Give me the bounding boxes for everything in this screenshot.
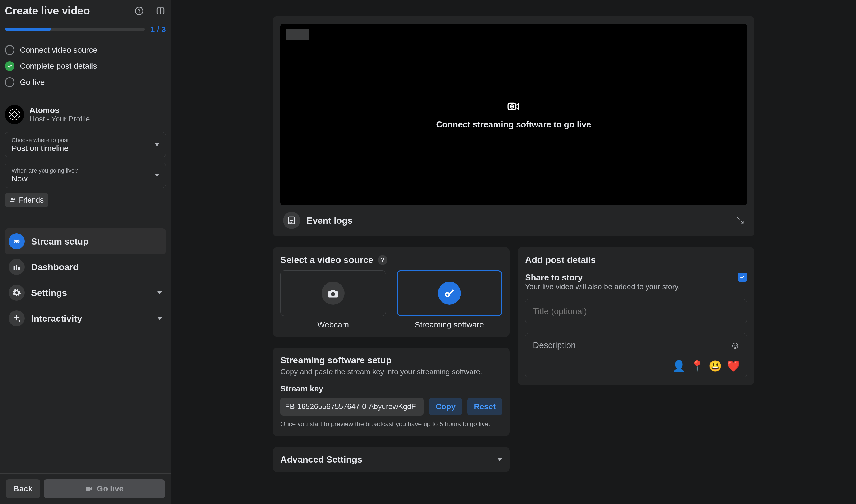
svg-rect-11 (86, 487, 90, 491)
svg-point-18 (331, 292, 335, 296)
step-connect-source[interactable]: Connect video source (5, 42, 166, 58)
preview-card: Connect streaming software to go live Ev… (273, 16, 754, 236)
stream-key-input[interactable] (280, 398, 424, 416)
circle-empty-icon (5, 45, 15, 55)
connect-stream-icon (507, 100, 520, 113)
profile-subtitle: Host - Your Profile (30, 115, 90, 123)
preview-pane: Connect streaming software to go live (280, 23, 747, 205)
svg-point-14 (512, 106, 513, 107)
sparkle-icon (8, 310, 24, 326)
go-live-button[interactable]: Go live (44, 480, 165, 498)
broadcast-icon (8, 233, 24, 249)
event-logs-icon (283, 212, 300, 229)
copy-button[interactable]: Copy (429, 398, 462, 415)
avatar (5, 105, 24, 124)
nav-interactivity[interactable]: Interactivity (5, 306, 166, 331)
expand-icon[interactable] (736, 216, 744, 225)
emoji-picker-icon[interactable]: ☺ (730, 340, 740, 351)
svg-point-6 (13, 198, 15, 200)
profile-name: Atomos (30, 106, 90, 115)
video-source-title: Select a video source (280, 255, 373, 265)
tag-people-icon[interactable]: 👤 (672, 360, 685, 372)
help-icon[interactable] (134, 6, 144, 16)
dashboard-icon (8, 259, 24, 275)
svg-point-1 (139, 13, 139, 13)
svg-point-5 (11, 198, 13, 200)
gear-icon (8, 285, 24, 301)
progress-text: 1 / 3 (150, 25, 166, 34)
chevron-down-icon (155, 143, 159, 146)
nav-stream-setup[interactable]: Stream setup (5, 229, 166, 254)
svg-point-20 (446, 294, 448, 295)
audience-chip[interactable]: Friends (5, 193, 49, 207)
svg-point-7 (16, 240, 18, 242)
back-button[interactable]: Back (6, 480, 40, 498)
preview-message: Connect streaming software to go live (436, 120, 591, 129)
help-icon[interactable]: ? (378, 255, 387, 265)
chevron-down-icon (157, 291, 162, 294)
check-circle-icon (5, 61, 15, 71)
chevron-down-icon (155, 174, 159, 177)
feeling-icon[interactable]: 😃 (709, 360, 722, 372)
source-streaming-software[interactable] (397, 270, 502, 316)
svg-rect-8 (14, 266, 15, 270)
nav-settings[interactable]: Settings (5, 280, 166, 306)
title-input[interactable] (525, 299, 747, 323)
key-icon (438, 282, 461, 305)
svg-rect-9 (16, 265, 17, 270)
sidebar: Create live video 1 / 3 Connect vid (0, 0, 171, 504)
stream-key-hint: Once you start to preview the broadcast … (280, 419, 502, 429)
reset-button[interactable]: Reset (467, 398, 502, 415)
chevron-down-icon (497, 458, 502, 461)
where-to-post-select[interactable]: Choose where to post Post on timeline (5, 132, 166, 157)
circle-empty-icon (5, 77, 15, 87)
support-icon[interactable]: ❤️ (727, 360, 740, 372)
progress-bar: 1 / 3 (5, 25, 166, 34)
step-go-live[interactable]: Go live (5, 74, 166, 90)
nav-dashboard[interactable]: Dashboard (5, 254, 166, 280)
video-source-card: Select a video source ? Webcam (273, 247, 510, 337)
stream-setup-card: Streaming software setup Copy and paste … (273, 347, 510, 436)
divider (5, 98, 166, 98)
post-details-card: Add post details Share to story Your liv… (518, 247, 754, 385)
sidebar-footer: Back Go live (0, 473, 171, 504)
camera-icon (322, 282, 344, 305)
step-post-details[interactable]: Complete post details (5, 58, 166, 74)
when-going-live-select[interactable]: When are you going live? Now (5, 163, 166, 188)
live-badge (286, 29, 309, 40)
page-title: Create live video (5, 5, 90, 17)
source-webcam[interactable] (280, 270, 386, 316)
sidebar-header: Create live video (5, 5, 166, 17)
svg-line-17 (741, 221, 743, 223)
chevron-down-icon (157, 317, 162, 320)
svg-rect-10 (18, 267, 20, 270)
share-to-story-checkbox[interactable] (738, 273, 747, 282)
description-input[interactable]: Description ☺ 👤 📍 😃 ❤️ (525, 333, 747, 377)
location-icon[interactable]: 📍 (691, 360, 704, 372)
video-icon (85, 485, 93, 493)
advanced-settings-toggle[interactable]: Advanced Settings (273, 447, 510, 472)
svg-point-4 (9, 109, 20, 120)
event-logs-toggle[interactable]: Event logs (283, 212, 353, 229)
main-area: Connect streaming software to go live Ev… (171, 0, 856, 504)
profile-row[interactable]: Atomos Host - Your Profile (5, 105, 166, 124)
post-details-title: Add post details (525, 255, 747, 265)
svg-line-16 (737, 217, 739, 219)
friends-icon (10, 197, 16, 203)
panel-toggle-icon[interactable] (155, 6, 166, 16)
